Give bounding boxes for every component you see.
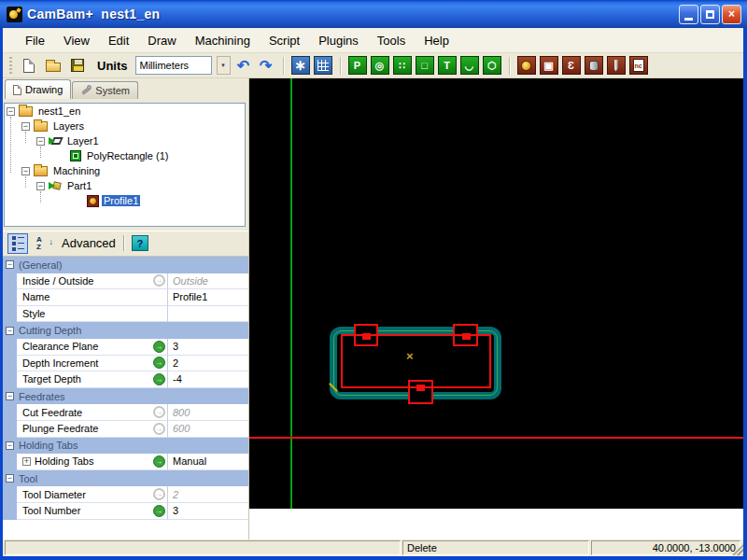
property-value[interactable]: Profile1 xyxy=(168,289,248,306)
new-file-button[interactable] xyxy=(19,55,39,76)
holding-tab-point[interactable] xyxy=(416,385,425,391)
category-feedrates[interactable]: − Feedrates xyxy=(3,388,248,405)
property-row-tool-diameter[interactable]: Tool Diameter → 2 xyxy=(3,486,248,503)
property-value[interactable] xyxy=(168,306,248,323)
property-row-cut-feedrate[interactable]: Cut Feedrate → 800 xyxy=(3,404,248,421)
collapse-toggle[interactable]: − xyxy=(21,167,30,175)
draw-polyline-button[interactable]: P xyxy=(348,56,367,75)
alphabetical-sort-button[interactable]: AZ↓ xyxy=(33,233,53,254)
set-value-icon[interactable]: → xyxy=(153,505,165,517)
set-value-icon[interactable]: → xyxy=(153,357,165,369)
property-row-inside-outside[interactable]: Inside / Outside → Outside xyxy=(3,273,248,290)
menu-plugins[interactable]: Plugins xyxy=(309,31,368,50)
default-value-icon[interactable]: → xyxy=(153,423,165,435)
titlebar[interactable]: CamBam+ nest1_en × xyxy=(0,0,747,28)
property-value[interactable]: Outside xyxy=(168,273,248,290)
collapse-toggle[interactable]: − xyxy=(6,260,14,269)
toggle-grid-button[interactable] xyxy=(314,56,332,75)
collapse-toggle[interactable]: − xyxy=(6,327,14,335)
menu-machining[interactable]: Machining xyxy=(186,31,260,50)
redo-button[interactable]: ↷ xyxy=(257,57,275,75)
category-general[interactable]: − (General) xyxy=(3,257,248,273)
collapse-toggle[interactable]: − xyxy=(36,137,45,146)
property-value[interactable]: 2 xyxy=(168,356,248,372)
property-row-plunge-feedrate[interactable]: Plunge Feedrate → 600 xyxy=(3,421,248,438)
minimize-button[interactable] xyxy=(679,5,698,24)
help-button[interactable]: ? xyxy=(132,235,148,251)
tree-item-layers[interactable]: − Layers xyxy=(5,119,245,133)
collapse-toggle[interactable]: − xyxy=(7,107,15,116)
endmill-tool-button[interactable] xyxy=(607,56,626,75)
collapse-toggle[interactable]: − xyxy=(6,441,14,450)
property-row-clearance-plane[interactable]: Clearance Plane → 3 xyxy=(3,339,248,356)
menu-edit[interactable]: Edit xyxy=(99,31,138,50)
menu-script[interactable]: Script xyxy=(260,31,309,50)
property-value[interactable]: 2 xyxy=(168,486,248,503)
property-row-depth-increment[interactable]: Depth Increment → 2 xyxy=(3,356,248,372)
draw-text-button[interactable]: T xyxy=(438,56,457,75)
units-select[interactable]: Millimeters xyxy=(135,56,212,75)
property-value[interactable]: 3 xyxy=(168,503,248,520)
profile-mop-button[interactable] xyxy=(517,56,536,75)
categorized-view-button[interactable] xyxy=(7,233,28,254)
drill-mop-button[interactable] xyxy=(585,56,603,75)
expand-toggle[interactable]: + xyxy=(22,457,31,466)
open-file-button[interactable] xyxy=(43,55,63,76)
toolbar-grip[interactable] xyxy=(9,57,12,74)
category-cutting-depth[interactable]: − Cutting Depth xyxy=(3,322,248,339)
tab-drawing[interactable]: Drawing xyxy=(5,79,71,99)
default-value-icon[interactable]: → xyxy=(153,274,165,287)
menu-view[interactable]: View xyxy=(54,31,99,50)
property-value[interactable]: 3 xyxy=(168,339,248,356)
maximize-button[interactable] xyxy=(700,5,720,24)
holding-tab-point[interactable] xyxy=(362,333,371,340)
close-button[interactable]: × xyxy=(722,5,741,24)
collapse-toggle[interactable]: − xyxy=(6,392,14,400)
undo-button[interactable]: ↶ xyxy=(234,57,253,75)
drawing-canvas[interactable]: × xyxy=(249,78,743,509)
tree-item-polyrectangle[interactable]: PolyRectangle (1) xyxy=(5,148,245,163)
property-row-style[interactable]: Style xyxy=(3,306,248,323)
property-row-target-depth[interactable]: Target Depth → -4 xyxy=(3,371,248,388)
set-value-icon[interactable]: → xyxy=(153,341,165,353)
menu-help[interactable]: Help xyxy=(415,31,458,50)
snap-points-button[interactable]: ∗ xyxy=(291,56,310,75)
property-row-holding-tabs[interactable]: + Holding Tabs → Manual xyxy=(3,454,248,470)
category-holding-tabs[interactable]: − Holding Tabs xyxy=(3,438,248,455)
draw-rectangle-button[interactable]: □ xyxy=(416,56,434,75)
menu-draw[interactable]: Draw xyxy=(138,31,185,50)
property-row-name[interactable]: Name Profile1 xyxy=(3,289,248,306)
menu-file[interactable]: File xyxy=(16,31,54,50)
save-file-button[interactable] xyxy=(67,55,88,76)
engrave-mop-button[interactable]: Ɛ xyxy=(562,56,581,75)
draw-circle-button[interactable]: ◎ xyxy=(371,56,389,75)
draw-points-button[interactable]: ∷ xyxy=(393,56,412,75)
property-value[interactable]: 600 xyxy=(168,421,248,438)
menu-tools[interactable]: Tools xyxy=(368,31,415,50)
pocket-mop-button[interactable]: ▣ xyxy=(540,56,558,75)
collapse-toggle[interactable]: − xyxy=(21,122,30,131)
tree-item-part1[interactable]: − Part1 xyxy=(5,178,245,193)
property-row-tool-number[interactable]: Tool Number → 3 xyxy=(3,503,248,520)
tree-item-file[interactable]: − nest1_en xyxy=(5,104,245,119)
set-value-icon[interactable]: → xyxy=(153,455,165,468)
default-value-icon[interactable]: → xyxy=(153,488,165,500)
property-value[interactable]: Manual xyxy=(168,454,248,470)
units-dropdown-button[interactable]: ▼ xyxy=(217,56,231,75)
draw-surface-button[interactable]: ⬡ xyxy=(483,56,501,75)
set-value-icon[interactable]: → xyxy=(153,373,165,385)
property-value[interactable]: -4 xyxy=(168,371,248,388)
category-tool[interactable]: − Tool xyxy=(3,470,248,487)
tab-system[interactable]: System xyxy=(72,81,138,99)
collapse-toggle[interactable]: − xyxy=(6,474,14,483)
tree-item-machining[interactable]: − Machining xyxy=(5,163,245,178)
default-value-icon[interactable]: → xyxy=(153,406,165,418)
draw-arc-button[interactable]: ◡ xyxy=(460,56,479,75)
holding-tab-point[interactable] xyxy=(462,333,471,340)
property-value[interactable]: 800 xyxy=(168,404,248,421)
tree-item-layer1[interactable]: − Layer1 xyxy=(5,133,245,148)
generate-gcode-button[interactable]: nc xyxy=(629,56,648,75)
collapse-toggle[interactable]: − xyxy=(36,182,45,190)
holding-tab-marker[interactable] xyxy=(408,380,433,404)
tree-item-profile1[interactable]: Profile1 xyxy=(5,193,245,208)
